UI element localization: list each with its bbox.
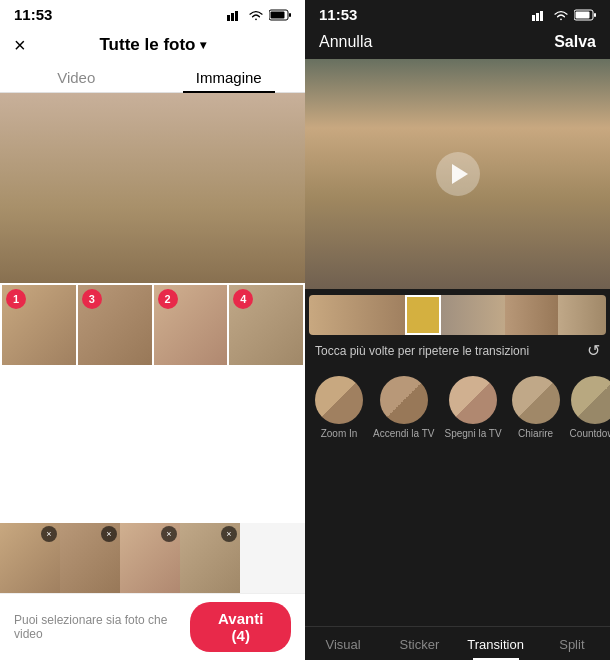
strip-close-4[interactable]: × xyxy=(221,526,237,542)
transition-circle-1 xyxy=(315,376,363,424)
tab-immagine[interactable]: Immagine xyxy=(153,61,306,92)
timeline-segment-3 xyxy=(441,295,505,335)
transition-accendi[interactable]: Accendi la TV xyxy=(373,376,435,439)
salva-button[interactable]: Salva xyxy=(554,33,596,51)
strip-photo-1[interactable]: × xyxy=(0,523,60,593)
left-status-bar: 11:53 xyxy=(0,0,305,27)
large-preview-image[interactable] xyxy=(0,93,305,283)
strip-photo-2[interactable]: × xyxy=(60,523,120,593)
svg-rect-8 xyxy=(540,11,543,21)
transition-circle-5 xyxy=(571,376,610,424)
left-footer: Puoi selezionare sia foto che video Avan… xyxy=(0,593,305,660)
photo-grid[interactable]: 1 3 2 4 xyxy=(0,93,305,523)
transition-zoom-in[interactable]: Zoom In xyxy=(315,376,363,439)
media-tabs: Video Immagine xyxy=(0,61,305,93)
repeat-hint-text: Tocca più volte per ripetere le transizi… xyxy=(315,344,529,358)
strip-close-2[interactable]: × xyxy=(101,526,117,542)
blank-area xyxy=(0,367,305,477)
avanti-button[interactable]: Avanti (4) xyxy=(190,602,291,652)
transition-circle-2 xyxy=(380,376,428,424)
timeline-segment-1 xyxy=(309,295,405,335)
right-panel: 11:53 Annulla Salva xyxy=(305,0,610,660)
album-name: Tutte le foto xyxy=(100,35,196,55)
tab-visual[interactable]: Visual xyxy=(305,627,381,660)
left-header: × Tutte le foto ▾ xyxy=(0,27,305,61)
album-selector[interactable]: Tutte le foto ▾ xyxy=(100,35,206,55)
transition-circle-3 xyxy=(449,376,497,424)
repeat-icon[interactable]: ↺ xyxy=(587,341,600,360)
transition-label-3: Spegni la TV xyxy=(445,428,502,439)
tab-transition[interactable]: Transition xyxy=(458,627,534,660)
strip-photo-4[interactable]: × xyxy=(180,523,240,593)
transition-chiarire[interactable]: Chiarire xyxy=(512,376,560,439)
right-header: Annulla Salva xyxy=(305,27,610,59)
right-wifi-icon xyxy=(553,9,569,21)
timeline-segment-4 xyxy=(505,295,558,335)
svg-rect-10 xyxy=(576,11,590,18)
svg-rect-1 xyxy=(231,13,234,21)
play-icon xyxy=(452,164,468,184)
svg-rect-6 xyxy=(532,15,535,21)
right-status-icons xyxy=(532,9,596,21)
chevron-down-icon: ▾ xyxy=(200,38,206,52)
svg-rect-7 xyxy=(536,13,539,21)
timeline-segment-5 xyxy=(558,295,606,335)
svg-rect-5 xyxy=(289,13,291,17)
signal-icon xyxy=(227,9,243,21)
transition-spegni[interactable]: Spegni la TV xyxy=(445,376,502,439)
video-preview[interactable] xyxy=(305,59,610,289)
left-status-icons xyxy=(227,9,291,21)
svg-rect-11 xyxy=(594,13,596,17)
left-panel: 11:53 × Tutte le foto ▾ xyxy=(0,0,305,660)
wifi-icon xyxy=(248,9,264,21)
badge-2: 3 xyxy=(82,289,102,309)
transition-label-5: Countdown xyxy=(570,428,610,439)
right-signal-icon xyxy=(532,9,548,21)
play-button[interactable] xyxy=(436,152,480,196)
badge-4: 4 xyxy=(233,289,253,309)
thumbnail-3[interactable]: 2 xyxy=(154,285,228,365)
tab-split[interactable]: Split xyxy=(534,627,610,660)
transition-countdown[interactable]: Countdown xyxy=(570,376,610,439)
timeline-strip[interactable] xyxy=(309,295,606,335)
selected-photos-strip: × × × × xyxy=(0,523,305,593)
badge-3: 2 xyxy=(158,289,178,309)
left-status-time: 11:53 xyxy=(14,6,52,23)
repeat-hint-row: Tocca più volte per ripetere le transizi… xyxy=(305,335,610,364)
timeline-area: Tocca più volte per ripetere le transizi… xyxy=(305,289,610,368)
footer-hint: Puoi selezionare sia foto che video xyxy=(14,613,190,641)
transition-label-4: Chiarire xyxy=(518,428,553,439)
timeline-segment-2 xyxy=(405,295,441,335)
tab-video[interactable]: Video xyxy=(0,61,153,92)
svg-rect-2 xyxy=(235,11,238,21)
close-button[interactable]: × xyxy=(14,35,26,55)
strip-close-3[interactable]: × xyxy=(161,526,177,542)
transition-circle-4 xyxy=(512,376,560,424)
svg-rect-4 xyxy=(271,11,285,18)
battery-icon xyxy=(269,9,291,21)
thumbnail-1[interactable]: 1 xyxy=(2,285,76,365)
right-status-bar: 11:53 xyxy=(305,0,610,27)
strip-close-1[interactable]: × xyxy=(41,526,57,542)
transition-label-2: Accendi la TV xyxy=(373,428,435,439)
annulla-button[interactable]: Annulla xyxy=(319,33,372,51)
tab-sticker[interactable]: Sticker xyxy=(381,627,457,660)
transition-options: Zoom In Accendi la TV Spegni la TV Chiar… xyxy=(305,368,610,447)
transition-label-1: Zoom In xyxy=(321,428,358,439)
svg-rect-0 xyxy=(227,15,230,21)
thumbnail-row: 1 3 2 4 xyxy=(0,283,305,367)
badge-1: 1 xyxy=(6,289,26,309)
thumbnail-4[interactable]: 4 xyxy=(229,285,303,365)
strip-photo-3[interactable]: × xyxy=(120,523,180,593)
bottom-tabs: Visual Sticker Transition Split xyxy=(305,626,610,660)
right-status-time: 11:53 xyxy=(319,6,357,23)
right-battery-icon xyxy=(574,9,596,21)
thumbnail-2[interactable]: 3 xyxy=(78,285,152,365)
